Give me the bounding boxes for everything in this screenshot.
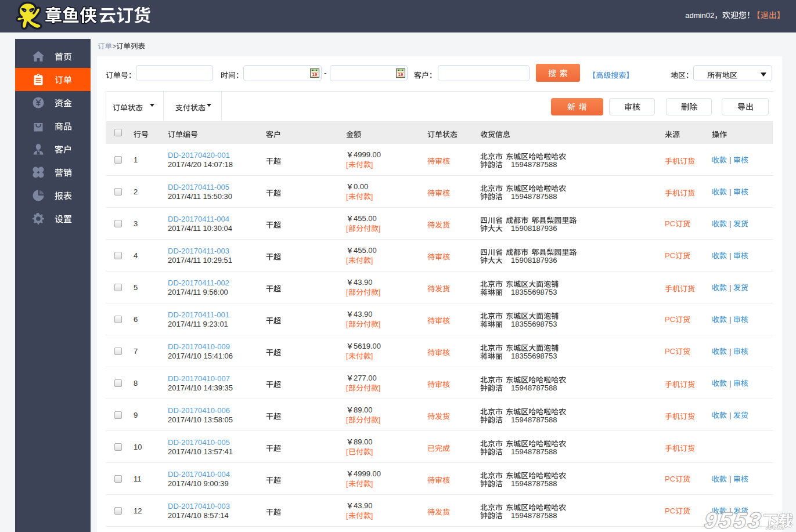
svg-text:9553: 9553 [703,508,764,532]
svg-text:19: 19 [312,72,317,77]
svg-text:19: 19 [398,72,403,77]
svg-text:.com: .com [766,523,785,531]
